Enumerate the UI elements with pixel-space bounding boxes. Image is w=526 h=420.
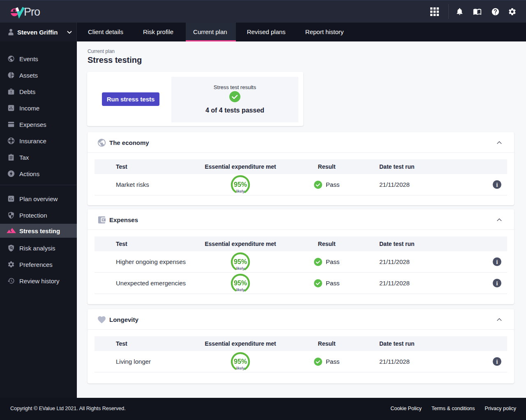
svg-text:i: i <box>496 280 498 287</box>
svg-text:i: i <box>496 259 498 265</box>
svg-text:i: i <box>496 182 498 188</box>
svg-text:i: i <box>496 359 498 365</box>
